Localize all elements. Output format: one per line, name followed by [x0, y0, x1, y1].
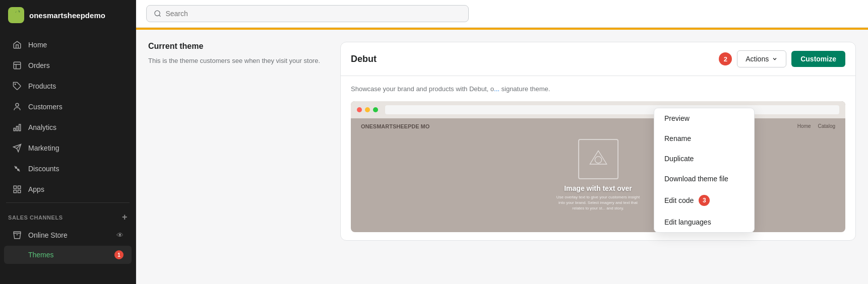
search-bar[interactable] — [146, 5, 469, 22]
home-label: Home — [28, 41, 47, 49]
sidebar-nav: Home Orders Products Customers Analytics — [0, 30, 136, 284]
dot-green — [373, 107, 378, 112]
dot-yellow — [365, 107, 370, 112]
sidebar-item-orders[interactable]: Orders — [4, 55, 132, 76]
sidebar-item-analytics[interactable]: Analytics — [4, 117, 132, 137]
step3-badge: 3 — [699, 195, 710, 206]
sidebar-item-home[interactable]: Home — [4, 35, 132, 55]
dropdown-rename[interactable]: Rename — [654, 128, 754, 149]
svg-point-2 — [16, 103, 19, 106]
search-icon — [154, 10, 161, 18]
preview-nav-links: Home Catalog — [797, 123, 835, 129]
dot-red — [357, 107, 362, 112]
preview-store-name: ONESMARTSHEEPDE MO — [361, 123, 429, 129]
theme-link[interactable]: ... — [494, 85, 500, 93]
apps-icon — [12, 184, 22, 194]
sidebar-item-discounts[interactable]: Discounts — [4, 159, 132, 179]
customers-label: Customers — [28, 103, 63, 111]
topbar — [136, 0, 868, 28]
search-input[interactable] — [165, 10, 461, 18]
page-section: Current theme This is the theme customer… — [148, 42, 856, 241]
sidebar-item-themes[interactable]: Themes 1 — [4, 246, 132, 264]
step2-badge: 2 — [719, 52, 732, 65]
preview-url-bar — [385, 105, 839, 114]
theme-card: Debut 2 Actions Customize Showcase your … — [340, 42, 856, 241]
store-logo[interactable]: onesmartsheepdemo — [0, 0, 136, 30]
sidebar-item-products[interactable]: Products — [4, 76, 132, 96]
discounts-icon — [12, 164, 22, 174]
dropdown-preview[interactable]: Preview — [654, 108, 754, 128]
chevron-down-icon — [772, 56, 778, 62]
store-name: onesmartsheepdemo — [29, 11, 105, 20]
preview-nav-catalog: Catalog — [818, 123, 835, 129]
add-sales-channel-icon[interactable]: + — [122, 212, 128, 223]
svg-rect-5 — [19, 124, 21, 131]
preview-content: ONESMARTSHEEPDE MO Home Catalog — [351, 118, 845, 219]
discounts-label: Discounts — [28, 165, 59, 173]
svg-point-14 — [595, 156, 601, 163]
sidebar: onesmartsheepdemo Home Orders Products — [0, 0, 136, 284]
dropdown-download[interactable]: Download theme file — [654, 169, 754, 189]
marketing-label: Marketing — [28, 144, 59, 152]
theme-description: Showcase your brand and products with De… — [351, 84, 845, 94]
preview-nav-home: Home — [797, 123, 811, 129]
main-content: Current theme This is the theme customer… — [136, 0, 868, 284]
analytics-icon — [12, 122, 22, 132]
marketing-icon — [12, 143, 22, 153]
customize-button[interactable]: Customize — [791, 51, 845, 67]
sidebar-item-customers[interactable]: Customers — [4, 97, 132, 117]
preview-sub-text: Use overlay text to give your customers … — [553, 194, 644, 211]
themes-label: Themes — [28, 251, 54, 259]
actions-button[interactable]: Actions — [737, 50, 786, 67]
sales-channels-header: SALES CHANNELS + — [0, 206, 136, 225]
content-area: Current theme This is the theme customer… — [136, 30, 868, 284]
eye-icon[interactable]: 👁 — [116, 231, 123, 239]
themes-badge: 1 — [114, 250, 123, 259]
sales-channels-label: SALES CHANNELS — [8, 215, 63, 221]
theme-header-actions: 2 Actions Customize — [719, 50, 845, 67]
svg-rect-3 — [14, 128, 15, 131]
products-icon — [12, 81, 22, 91]
current-theme-description: This is the theme customers see when the… — [148, 56, 320, 66]
dropdown-edit-code[interactable]: Edit code 3 — [654, 189, 754, 212]
svg-rect-0 — [14, 62, 21, 69]
products-label: Products — [28, 82, 56, 90]
svg-point-1 — [15, 84, 16, 85]
theme-preview: ONESMARTSHEEPDE MO Home Catalog — [351, 101, 845, 232]
analytics-label: Analytics — [28, 123, 56, 131]
current-theme-title: Current theme — [148, 42, 320, 51]
svg-marker-13 — [590, 151, 606, 164]
preview-nav: ONESMARTSHEEPDE MO Home Catalog — [361, 123, 835, 129]
orders-icon — [12, 60, 22, 70]
customers-icon — [12, 102, 22, 112]
sidebar-item-online-store[interactable]: Online Store 👁 — [4, 225, 132, 245]
svg-rect-9 — [18, 186, 21, 188]
online-store-icon — [12, 230, 22, 240]
home-icon — [12, 40, 22, 50]
orders-label: Orders — [28, 61, 50, 69]
theme-card-body: Showcase your brand and products with De… — [341, 76, 855, 240]
preview-hero-box — [578, 139, 618, 179]
online-store-label: Online Store — [28, 231, 68, 239]
current-theme-desc: Current theme This is the theme customer… — [148, 42, 320, 241]
shopify-icon — [8, 7, 24, 23]
actions-label: Actions — [746, 55, 769, 63]
theme-name: Debut — [351, 54, 377, 64]
dropdown-edit-languages[interactable]: Edit languages — [654, 212, 754, 232]
apps-label: Apps — [28, 185, 44, 193]
svg-rect-10 — [14, 190, 16, 193]
dropdown-duplicate[interactable]: Duplicate — [654, 149, 754, 169]
svg-rect-4 — [17, 126, 18, 131]
svg-rect-8 — [14, 186, 16, 188]
preview-hero-text: Image with text over — [564, 184, 632, 192]
svg-rect-11 — [18, 190, 21, 193]
sidebar-item-marketing[interactable]: Marketing — [4, 138, 132, 158]
actions-dropdown: Preview Rename Duplicate Download theme … — [654, 108, 755, 233]
theme-card-header: Debut 2 Actions Customize — [341, 42, 855, 76]
sidebar-divider — [6, 202, 130, 203]
preview-hero: Image with text over Use overlay text to… — [361, 136, 835, 214]
svg-point-12 — [155, 11, 160, 16]
preview-browser-bar — [351, 101, 845, 118]
edit-code-label: Edit code — [664, 196, 694, 204]
sidebar-item-apps[interactable]: Apps — [4, 179, 132, 199]
